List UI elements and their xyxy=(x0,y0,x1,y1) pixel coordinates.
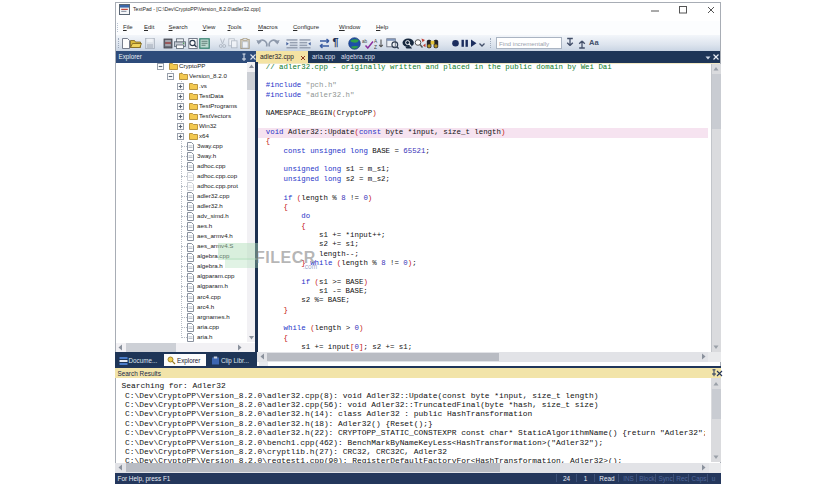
svg-text:ab: ab xyxy=(362,39,368,44)
svg-text:A: A xyxy=(374,39,378,44)
svg-text:Z: Z xyxy=(374,45,377,49)
